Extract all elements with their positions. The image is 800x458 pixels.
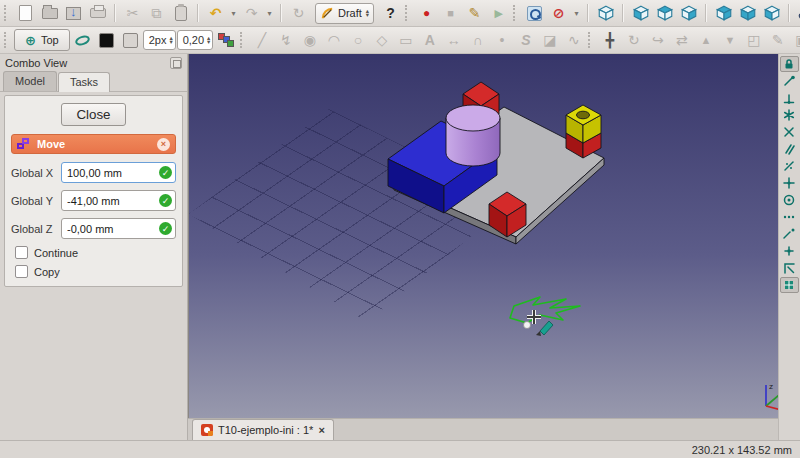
view-right-button[interactable] [677,2,700,24]
measure-distance-button[interactable] [795,2,800,24]
toolbar-grip[interactable] [4,5,9,21]
view-bottom-button[interactable] [736,2,759,24]
toolbar-grip[interactable] [4,32,9,48]
draft-bezier-button[interactable]: ∩ [466,29,489,51]
toolbar-grip[interactable] [513,5,518,21]
3d-viewport[interactable]: z Y x [188,54,778,418]
global-y-row: Global Y ✓ [11,190,176,211]
snap-extension-button[interactable] [780,226,799,242]
toolbar-grip[interactable] [405,5,410,21]
line-color-swatch[interactable] [95,29,118,51]
undo-dropdown[interactable]: ▾ [228,2,239,24]
snap-midpoint-button[interactable] [780,90,799,106]
snap-workingplane-button[interactable] [780,260,799,276]
draft-rotate-button[interactable]: ↻ [622,29,645,51]
working-plane-button[interactable]: ⊕ Top [14,29,70,51]
yellow-block-on-red[interactable] [566,105,601,158]
macro-record-button[interactable]: ● [415,2,438,24]
draft-arc-button[interactable]: ◠ [322,29,345,51]
view-rear-button[interactable] [712,2,735,24]
draw-style-button[interactable]: ⊘ [547,2,570,24]
undo-button[interactable]: ↶ [204,2,227,24]
draft-rectangle-button[interactable]: ▭ [394,29,417,51]
move-task-header: Move × [11,134,176,154]
draft-shape2dview-button[interactable]: ▣ [790,29,800,51]
draft-trimex-button[interactable]: ⇄ [670,29,693,51]
snap-near-icon [782,210,796,224]
snap-angle-button[interactable] [780,107,799,123]
copy-checkbox[interactable] [15,265,28,278]
draft-move-button[interactable]: ╋ [598,29,621,51]
toolbar-grip[interactable] [588,32,593,48]
purple-cylinder[interactable] [446,105,500,166]
tab-tasks[interactable]: Tasks [58,72,110,92]
snap-lock-button[interactable] [780,56,799,72]
draft-dimension-button[interactable]: ↔ [442,29,465,51]
dock-float-button[interactable] [170,57,182,69]
macro-dialog-button[interactable]: ✎ [463,2,486,24]
macro-play-button[interactable]: ▶ [487,2,510,24]
view-top-button[interactable] [653,2,676,24]
workbench-selector[interactable]: Draft ▴▾ [315,3,374,24]
text-scale-spinbox[interactable]: 0,20 ▴▾ [177,30,214,50]
paste-button[interactable] [169,2,192,24]
open-button[interactable] [38,2,61,24]
tab-close-icon[interactable]: × [318,424,324,436]
refresh-button[interactable]: ↻ [287,2,310,24]
copy-button[interactable]: ⧉ [145,2,168,24]
view-front-button[interactable] [629,2,652,24]
redo-button[interactable]: ↷ [240,2,263,24]
draft-downgrade-button[interactable]: ▼ [718,29,741,51]
play-icon: ▶ [494,7,502,20]
continue-checkbox[interactable] [15,246,28,259]
draft-shapestring-button[interactable]: S [514,29,537,51]
macro-stop-button[interactable]: ■ [439,2,462,24]
construction-mode-toggle[interactable] [71,29,94,51]
draft-upgrade-button[interactable]: ▲ [694,29,717,51]
new-document-button[interactable] [14,2,37,24]
fit-all-button[interactable] [523,2,546,24]
toolbar-grip[interactable] [240,32,245,48]
snap-grid-button[interactable] [780,158,799,174]
document-tab[interactable]: T10-ejemplo-ini : 1* × [192,419,334,440]
print-button[interactable] [86,2,109,24]
green-move-wire[interactable] [510,297,580,323]
draft-line-button[interactable]: ╱ [250,29,273,51]
workbench-value: Draft [338,7,362,19]
draft-bspline-button[interactable]: ∿ [562,29,585,51]
cut-button[interactable]: ✂ [121,2,144,24]
view-left-button[interactable] [760,2,783,24]
draft-point-button[interactable]: • [490,29,513,51]
snap-endpoint-button[interactable] [780,73,799,89]
save-button[interactable] [62,2,85,24]
task-header-close-icon[interactable]: × [157,138,170,151]
draw-style-dropdown[interactable]: ▾ [571,2,582,24]
close-task-button[interactable]: Close [61,103,125,126]
draft-offset-button[interactable]: ↪ [646,29,669,51]
face-color-swatch[interactable] [119,29,142,51]
draft-facebinder-button[interactable]: ◪ [538,29,561,51]
redo-dropdown[interactable]: ▾ [264,2,275,24]
snap-intersection-button[interactable] [780,124,799,140]
snap-special-button[interactable] [780,243,799,259]
whats-this-button[interactable]: ? [379,2,402,24]
grid-toggle-button[interactable] [780,277,799,293]
draft-edit-button[interactable]: ✎ [766,29,789,51]
whats-this-icon: ? [386,5,395,21]
draft-text-button[interactable]: A [418,29,441,51]
tab-model[interactable]: Model [3,71,57,91]
view-axonometric-button[interactable] [594,2,617,24]
draft-wire-button[interactable]: ↯ [274,29,297,51]
line-width-spinbox[interactable]: 2px ▴▾ [143,30,176,50]
draft-polygon-button[interactable]: ◇ [370,29,393,51]
polygon-icon: ◇ [376,32,387,48]
snap-center-button[interactable] [780,192,799,208]
snap-near-button[interactable] [780,209,799,225]
autogroup-button[interactable] [214,29,237,51]
snap-parallel-button[interactable] [780,141,799,157]
draft-scale-button[interactable]: ◰ [742,29,765,51]
draft-circle-button[interactable]: ◉ [298,29,321,51]
snap-ortho-button[interactable] [780,175,799,191]
draft-ellipse-button[interactable]: ○ [346,29,369,51]
snap-intersection-icon [782,125,796,139]
